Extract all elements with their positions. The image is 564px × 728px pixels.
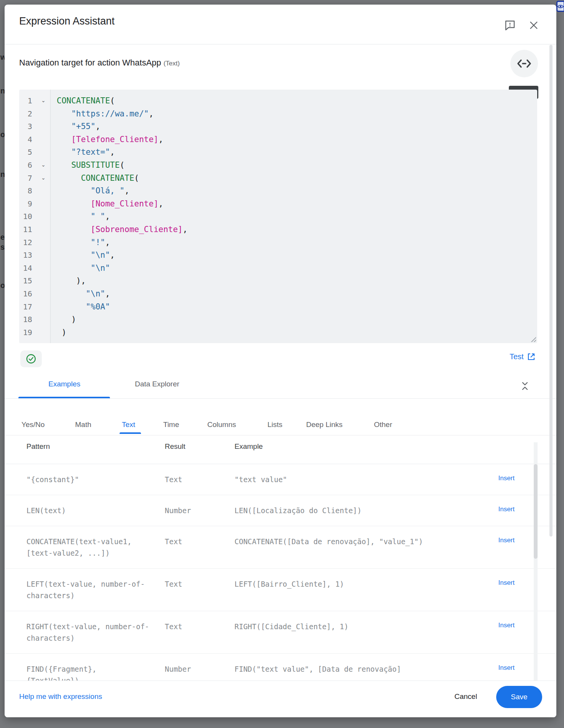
code-token: ( [134, 173, 139, 183]
line-number: 8 [19, 185, 32, 198]
line-number: 5 [19, 146, 32, 159]
fold-chevron-icon[interactable]: ⌄ [39, 95, 48, 106]
example-cell: RIGHT([Cidade_Cliente], 1) [234, 621, 491, 632]
code-token [57, 109, 71, 118]
insert-link[interactable]: Insert [498, 474, 515, 482]
category-tab-yes-no[interactable]: Yes/No [21, 420, 45, 429]
category-tab-columns[interactable]: Columns [207, 420, 236, 429]
code-line: 16 "\n", [19, 288, 537, 301]
fold-chevron-icon[interactable]: ⌄ [39, 172, 48, 184]
code-line-text: "+55", [57, 120, 100, 133]
code-token [57, 122, 71, 131]
backdrop-text-fragment: w [0, 53, 5, 62]
category-tab-time[interactable]: Time [163, 420, 179, 429]
result-cell: Number [165, 663, 191, 675]
code-token: , [183, 225, 188, 234]
code-line: 13 "\n", [19, 249, 537, 262]
code-line-text: "\n" [57, 262, 110, 275]
code-line: 9 [Nome_Cliente], [19, 198, 537, 211]
code-token [57, 186, 91, 195]
code-line: 8 "Olá, ", [19, 185, 537, 198]
code-token [57, 315, 71, 324]
tabs-divider [5, 398, 556, 399]
category-tabs-divider [5, 435, 556, 435]
format-button[interactable] [510, 50, 538, 77]
line-number: 18 [19, 313, 32, 326]
insert-link[interactable]: Insert [498, 622, 515, 629]
collapse-panel-button[interactable] [517, 378, 533, 394]
code-line: 7⌄ CONCATENATE( [19, 172, 537, 185]
category-tab-deep-links[interactable]: Deep Links [306, 420, 343, 429]
code-token [57, 147, 71, 157]
unfold-less-icon [521, 380, 529, 392]
tab-examples[interactable]: Examples [18, 371, 110, 397]
line-number: 15 [19, 275, 32, 288]
line-number: 7 [19, 172, 32, 185]
code-token [57, 328, 62, 337]
category-tab-math[interactable]: Math [75, 420, 91, 429]
code-token: , [125, 186, 130, 195]
open-in-new-icon [527, 353, 535, 361]
pattern-cell: RIGHT(text-value, number-of- characters) [26, 621, 157, 644]
code-token: "%0A" [86, 302, 110, 311]
code-token: " " [91, 212, 105, 221]
insert-link[interactable]: Insert [498, 664, 515, 672]
line-number: 14 [19, 262, 32, 275]
dialog-footer: Help me with expressions Cancel Save [5, 681, 556, 717]
tab-bar: ExamplesData Explorer [5, 371, 556, 398]
save-button[interactable]: Save [496, 686, 542, 708]
backdrop-text-fragment: st [0, 243, 5, 252]
feedback-button[interactable] [503, 19, 516, 32]
code-line: 2 "https://wa.me/", [19, 108, 537, 121]
insert-link[interactable]: Insert [498, 537, 515, 544]
table-row: LEN(text)LEN(text)NumberLEN([Localização… [5, 495, 556, 526]
backdrop-text-fragment: of [0, 130, 5, 139]
code-token [57, 225, 91, 234]
table-scrollbar[interactable] [534, 464, 538, 559]
category-tab-lists[interactable]: Lists [267, 420, 282, 429]
code-line-text: ), [57, 275, 86, 288]
pattern-cell: LEN(text) [26, 505, 157, 516]
code-line-text: CONCATENATE( [57, 95, 115, 108]
close-icon [529, 20, 539, 30]
code-token: [Nome_Cliente] [91, 199, 159, 208]
cancel-button[interactable]: Cancel [448, 688, 484, 705]
code-token [57, 276, 76, 285]
dialog-scrollbar[interactable] [549, 45, 553, 537]
code-token: [Telefone_Cliente] [71, 135, 159, 144]
fold-chevron-icon[interactable]: ⌄ [39, 159, 48, 171]
code-line-text: "%0A" [57, 301, 110, 314]
table-row: LEFT(text-value, number-of- characters)L… [5, 569, 556, 611]
code-line-text: [Sobrenome_Cliente], [57, 223, 187, 236]
line-number: 10 [19, 210, 32, 223]
code-token: [Sobrenome_Cliente] [91, 225, 183, 234]
example-cell: FIND("text value", [Data de renovação] [234, 663, 491, 675]
expression-editor[interactable]: 1⌄CONCATENATE(2 "https://wa.me/",3 "+55"… [19, 90, 537, 343]
text-tab-indicator [120, 432, 141, 434]
help-expressions-link[interactable]: Help me with expressions [19, 692, 102, 701]
example-cell: CONCATENATE([Data de renovação], "value_… [234, 536, 491, 547]
expression-valid-button[interactable] [20, 350, 42, 367]
pattern-cell: CONCATENATE(text-value1, [text-value2, .… [26, 536, 157, 559]
code-line-text: "!", [57, 236, 110, 249]
line-number: 19 [19, 326, 32, 339]
insert-link[interactable]: Insert [498, 506, 515, 513]
category-tab-text[interactable]: Text [122, 420, 135, 429]
line-number: 3 [19, 120, 32, 133]
insert-link[interactable]: Insert [498, 579, 515, 587]
code-token: , [159, 135, 164, 144]
code-line: 12 "!", [19, 236, 537, 249]
code-line: 15 ), [19, 275, 537, 288]
code-line-text: "Olá, ", [57, 185, 130, 198]
tab-data-explorer[interactable]: Data Explorer [130, 371, 184, 397]
code-token: , [95, 122, 100, 131]
test-link[interactable]: Test [510, 352, 535, 361]
code-line-text: "?text=", [57, 146, 115, 159]
code-line-text: SUBSTITUTE( [57, 159, 125, 172]
line-number: 13 [19, 249, 32, 262]
category-tab-other[interactable]: Other [374, 420, 392, 429]
code-line: 17 "%0A" [19, 301, 537, 314]
line-number: 4 [19, 133, 32, 146]
code-token [57, 212, 91, 221]
close-button[interactable] [527, 19, 540, 32]
